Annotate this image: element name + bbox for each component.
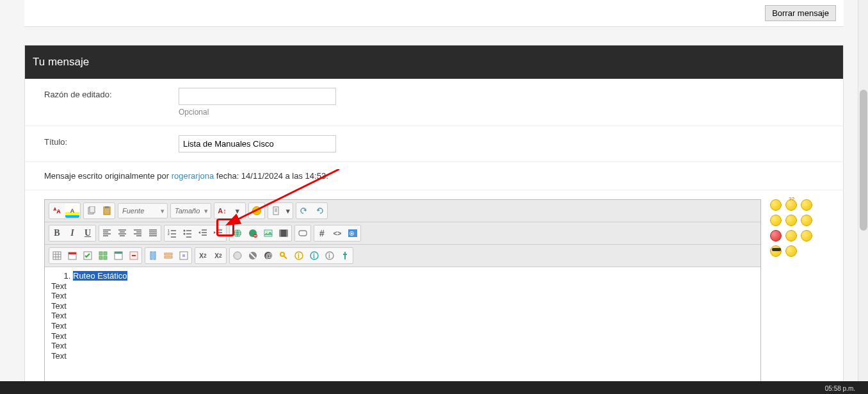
emoji-button[interactable] <box>250 204 264 218</box>
globe-gray-button[interactable] <box>230 249 245 263</box>
list-item[interactable]: Ruteo Estático <box>73 271 754 281</box>
emoji-angry[interactable] <box>770 230 782 242</box>
message-panel: Tu mensaje Razón de editado: Opcional Tí… <box>24 45 844 394</box>
bold-button[interactable]: B <box>50 226 64 240</box>
task-button[interactable] <box>81 249 95 263</box>
undo-button[interactable] <box>297 204 311 218</box>
svg-rect-27 <box>104 252 107 255</box>
svg-point-8 <box>184 230 186 232</box>
emoji-grin[interactable] <box>770 215 782 226</box>
svg-text:ⓔ: ⓔ <box>350 231 354 236</box>
selected-text[interactable]: Ruteo Estático <box>73 271 127 281</box>
cell-button[interactable] <box>177 249 191 263</box>
reason-row: Razón de editado: Opcional <box>25 79 843 126</box>
emoji-panel: ?? <box>770 199 824 261</box>
outdent-button[interactable] <box>196 226 210 240</box>
quote-button[interactable] <box>296 226 310 240</box>
svg-rect-24 <box>68 252 76 254</box>
editor-content[interactable]: Ruteo Estático Text Text Text Text Text … <box>45 267 760 394</box>
at-button[interactable]: @ <box>261 249 275 263</box>
svg-rect-35 <box>165 253 172 255</box>
row-button[interactable] <box>161 249 175 263</box>
emoji-laugh[interactable] <box>785 245 797 257</box>
reason-input[interactable] <box>179 88 336 105</box>
toolbar-row-3: X2 X2 @ i i i <box>45 245 760 267</box>
italic-button[interactable]: I <box>65 226 79 240</box>
hash-button[interactable]: # <box>315 226 329 240</box>
align-left-button[interactable] <box>100 226 114 240</box>
emoji-wink[interactable] <box>801 230 812 242</box>
spreadsheet-button[interactable] <box>111 249 125 263</box>
reason-help: Opcional <box>179 108 824 117</box>
column-button[interactable] <box>146 249 160 263</box>
emoji-confused[interactable]: ?? <box>785 199 797 211</box>
font-select[interactable]: Fuente <box>118 203 168 218</box>
image-button[interactable] <box>261 226 275 240</box>
emoji-cool[interactable] <box>770 245 782 257</box>
grid-button[interactable] <box>96 249 110 263</box>
table-button[interactable] <box>50 249 64 263</box>
more-text-button[interactable]: ▾ <box>230 204 245 218</box>
block-button[interactable] <box>246 249 260 263</box>
svg-rect-2 <box>90 206 95 213</box>
embed-button[interactable]: ⓔ <box>346 226 360 240</box>
attach-button[interactable] <box>269 204 283 218</box>
content-line[interactable]: Text <box>51 351 754 361</box>
emoji-happy[interactable] <box>785 215 797 226</box>
content-line[interactable]: Text <box>51 281 754 291</box>
svg-rect-28 <box>99 256 102 259</box>
text-color-button[interactable]: AA <box>50 204 64 218</box>
unordered-list-button[interactable] <box>181 226 195 240</box>
svg-point-9 <box>184 233 186 235</box>
info-teal-button[interactable]: i <box>307 249 321 263</box>
video-button[interactable] <box>277 226 291 240</box>
editor: AA A Fuente Tamaño A↕ ▾ <box>44 199 761 394</box>
info-yellow-button[interactable]: i <box>292 249 306 263</box>
svg-point-15 <box>266 231 268 233</box>
case-button[interactable]: A↕ <box>215 204 229 218</box>
delete-message-button[interactable]: Borrar mensaje <box>765 5 836 21</box>
content-line[interactable]: Text <box>51 311 754 321</box>
emoji-smile[interactable] <box>770 199 782 211</box>
emoji-tongue[interactable] <box>785 230 797 242</box>
emoji-neutral[interactable] <box>801 199 812 211</box>
unlink-button[interactable] <box>246 226 260 240</box>
link-button[interactable] <box>230 226 245 240</box>
key-button[interactable] <box>277 249 291 263</box>
author-link[interactable]: rogerarjona <box>172 171 214 181</box>
content-line[interactable]: Text <box>51 341 754 351</box>
ordered-list-button[interactable]: 12 <box>165 226 179 240</box>
svg-rect-17 <box>280 230 281 236</box>
redo-button[interactable] <box>312 204 326 218</box>
indent-button[interactable] <box>211 226 225 240</box>
svg-rect-26 <box>99 252 102 255</box>
content-line[interactable]: Text <box>51 321 754 331</box>
copy-button[interactable] <box>84 204 99 218</box>
align-justify-button[interactable] <box>146 226 160 240</box>
scrollbar-track[interactable] <box>858 0 868 394</box>
title-label: Título: <box>44 135 179 147</box>
attach-more-button[interactable]: ▾ <box>284 204 292 218</box>
content-line[interactable]: Text <box>51 301 754 311</box>
underline-button[interactable]: U <box>81 226 95 240</box>
bg-color-button[interactable]: A <box>65 204 79 218</box>
minus-button[interactable] <box>127 249 141 263</box>
align-center-button[interactable] <box>115 226 129 240</box>
svg-text:@: @ <box>266 252 272 259</box>
svg-rect-4 <box>105 206 109 208</box>
toolbar-row-1: AA A Fuente Tamaño A↕ ▾ <box>45 200 760 222</box>
content-line[interactable]: Text <box>51 291 754 301</box>
superscript-button[interactable]: X2 <box>211 249 225 263</box>
emoji-sad[interactable] <box>801 215 812 226</box>
content-line[interactable]: Text <box>51 331 754 341</box>
code-button[interactable]: <> <box>330 226 344 240</box>
title-input[interactable] <box>179 135 336 152</box>
subscript-button[interactable]: X2 <box>196 249 210 263</box>
paste-button[interactable] <box>100 204 114 218</box>
size-select[interactable]: Tamaño <box>170 203 211 218</box>
scrollbar-thumb[interactable] <box>860 90 867 231</box>
info-gray-button[interactable]: i <box>323 249 337 263</box>
calendar-button[interactable] <box>65 249 79 263</box>
align-right-button[interactable] <box>131 226 145 240</box>
pin-button[interactable] <box>338 249 352 263</box>
